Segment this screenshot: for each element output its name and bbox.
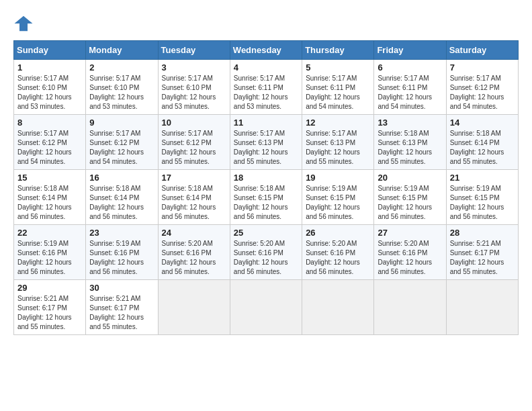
- day-info: Sunrise: 5:19 AM Sunset: 6:16 PM Dayligh…: [89, 239, 154, 277]
- day-info: Sunrise: 5:18 AM Sunset: 6:14 PM Dayligh…: [17, 184, 82, 222]
- calendar-row: 1 Sunrise: 5:17 AM Sunset: 6:10 PM Dayli…: [14, 60, 519, 115]
- calendar-day: 27 Sunrise: 5:20 AM Sunset: 6:16 PM Dayl…: [374, 225, 446, 280]
- empty-cell: [230, 280, 302, 335]
- day-info: Sunrise: 5:18 AM Sunset: 6:14 PM Dayligh…: [162, 184, 226, 222]
- calendar-day: 24 Sunrise: 5:20 AM Sunset: 6:16 PM Dayl…: [158, 225, 230, 280]
- day-number: 19: [306, 173, 370, 183]
- calendar-day: 12 Sunrise: 5:17 AM Sunset: 6:13 PM Dayl…: [302, 115, 374, 170]
- calendar-day: 18 Sunrise: 5:18 AM Sunset: 6:15 PM Dayl…: [230, 170, 302, 225]
- day-info: Sunrise: 5:21 AM Sunset: 6:17 PM Dayligh…: [450, 239, 515, 277]
- empty-cell: [302, 280, 374, 335]
- day-info: Sunrise: 5:19 AM Sunset: 6:15 PM Dayligh…: [450, 184, 515, 222]
- day-info: Sunrise: 5:19 AM Sunset: 6:15 PM Dayligh…: [306, 184, 370, 222]
- day-number: 26: [306, 228, 370, 238]
- calendar-day: 15 Sunrise: 5:18 AM Sunset: 6:14 PM Dayl…: [14, 170, 86, 225]
- day-info: Sunrise: 5:18 AM Sunset: 6:14 PM Dayligh…: [450, 129, 515, 167]
- calendar-row: 8 Sunrise: 5:17 AM Sunset: 6:12 PM Dayli…: [14, 115, 519, 170]
- day-number: 22: [17, 228, 82, 238]
- logo-icon: [13, 13, 34, 34]
- header-saturday: Saturday: [446, 41, 518, 60]
- calendar-day: 20 Sunrise: 5:19 AM Sunset: 6:15 PM Dayl…: [374, 170, 446, 225]
- day-number: 11: [234, 118, 298, 128]
- calendar-day: 8 Sunrise: 5:17 AM Sunset: 6:12 PM Dayli…: [14, 115, 86, 170]
- svg-marker-0: [15, 16, 33, 32]
- calendar-day: 22 Sunrise: 5:19 AM Sunset: 6:16 PM Dayl…: [14, 225, 86, 280]
- calendar-day: 10 Sunrise: 5:17 AM Sunset: 6:12 PM Dayl…: [158, 115, 230, 170]
- day-number: 24: [162, 228, 226, 238]
- day-number: 8: [17, 118, 82, 128]
- day-number: 29: [17, 283, 82, 293]
- empty-cell: [158, 280, 230, 335]
- day-info: Sunrise: 5:18 AM Sunset: 6:13 PM Dayligh…: [378, 129, 442, 167]
- calendar-day: 21 Sunrise: 5:19 AM Sunset: 6:15 PM Dayl…: [446, 170, 518, 225]
- header-friday: Friday: [374, 41, 446, 60]
- calendar-day: 13 Sunrise: 5:18 AM Sunset: 6:13 PM Dayl…: [374, 115, 446, 170]
- calendar-day: 11 Sunrise: 5:17 AM Sunset: 6:13 PM Dayl…: [230, 115, 302, 170]
- page-header: [13, 13, 519, 34]
- calendar-day: 2 Sunrise: 5:17 AM Sunset: 6:10 PM Dayli…: [86, 60, 158, 115]
- day-number: 10: [162, 118, 226, 128]
- calendar-row: 22 Sunrise: 5:19 AM Sunset: 6:16 PM Dayl…: [14, 225, 519, 280]
- day-info: Sunrise: 5:19 AM Sunset: 6:16 PM Dayligh…: [17, 239, 82, 277]
- day-number: 18: [234, 173, 298, 183]
- calendar-day: 5 Sunrise: 5:17 AM Sunset: 6:11 PM Dayli…: [302, 60, 374, 115]
- day-info: Sunrise: 5:17 AM Sunset: 6:12 PM Dayligh…: [450, 74, 515, 111]
- day-number: 23: [89, 228, 154, 238]
- day-info: Sunrise: 5:17 AM Sunset: 6:13 PM Dayligh…: [306, 129, 370, 167]
- day-info: Sunrise: 5:19 AM Sunset: 6:15 PM Dayligh…: [378, 184, 442, 222]
- day-number: 7: [450, 62, 515, 73]
- day-info: Sunrise: 5:20 AM Sunset: 6:16 PM Dayligh…: [234, 239, 298, 277]
- calendar-day: 19 Sunrise: 5:19 AM Sunset: 6:15 PM Dayl…: [302, 170, 374, 225]
- day-info: Sunrise: 5:17 AM Sunset: 6:10 PM Dayligh…: [162, 74, 226, 111]
- day-number: 15: [17, 173, 82, 183]
- header-thursday: Thursday: [302, 41, 374, 60]
- header-sunday: Sunday: [14, 41, 86, 60]
- day-number: 3: [162, 62, 226, 73]
- calendar-day: 28 Sunrise: 5:21 AM Sunset: 6:17 PM Dayl…: [446, 225, 518, 280]
- day-info: Sunrise: 5:20 AM Sunset: 6:16 PM Dayligh…: [378, 239, 442, 277]
- day-info: Sunrise: 5:17 AM Sunset: 6:11 PM Dayligh…: [306, 74, 370, 111]
- day-number: 13: [378, 118, 442, 128]
- day-info: Sunrise: 5:18 AM Sunset: 6:15 PM Dayligh…: [234, 184, 298, 222]
- logo: [13, 13, 36, 34]
- calendar-day: 30 Sunrise: 5:21 AM Sunset: 6:17 PM Dayl…: [86, 280, 158, 335]
- day-info: Sunrise: 5:17 AM Sunset: 6:11 PM Dayligh…: [234, 74, 298, 111]
- calendar-row: 29 Sunrise: 5:21 AM Sunset: 6:17 PM Dayl…: [14, 280, 519, 335]
- day-number: 12: [306, 118, 370, 128]
- day-info: Sunrise: 5:20 AM Sunset: 6:16 PM Dayligh…: [306, 239, 370, 277]
- calendar-day: 26 Sunrise: 5:20 AM Sunset: 6:16 PM Dayl…: [302, 225, 374, 280]
- day-info: Sunrise: 5:21 AM Sunset: 6:17 PM Dayligh…: [17, 294, 82, 332]
- empty-cell: [374, 280, 446, 335]
- calendar-table: Sunday Monday Tuesday Wednesday Thursday…: [13, 40, 519, 335]
- empty-cell: [446, 280, 518, 335]
- calendar-row: 15 Sunrise: 5:18 AM Sunset: 6:14 PM Dayl…: [14, 170, 519, 225]
- calendar-day: 9 Sunrise: 5:17 AM Sunset: 6:12 PM Dayli…: [86, 115, 158, 170]
- header-wednesday: Wednesday: [230, 41, 302, 60]
- day-info: Sunrise: 5:17 AM Sunset: 6:10 PM Dayligh…: [89, 74, 154, 111]
- header-tuesday: Tuesday: [158, 41, 230, 60]
- calendar-day: 23 Sunrise: 5:19 AM Sunset: 6:16 PM Dayl…: [86, 225, 158, 280]
- day-number: 30: [89, 283, 154, 293]
- calendar-day: 17 Sunrise: 5:18 AM Sunset: 6:14 PM Dayl…: [158, 170, 230, 225]
- day-number: 1: [17, 62, 82, 73]
- day-number: 14: [450, 118, 515, 128]
- day-info: Sunrise: 5:20 AM Sunset: 6:16 PM Dayligh…: [162, 239, 226, 277]
- day-number: 20: [378, 173, 442, 183]
- calendar-day: 6 Sunrise: 5:17 AM Sunset: 6:11 PM Dayli…: [374, 60, 446, 115]
- calendar-day: 14 Sunrise: 5:18 AM Sunset: 6:14 PM Dayl…: [446, 115, 518, 170]
- day-info: Sunrise: 5:17 AM Sunset: 6:12 PM Dayligh…: [89, 129, 154, 167]
- day-number: 17: [162, 173, 226, 183]
- day-number: 27: [378, 228, 442, 238]
- calendar-day: 25 Sunrise: 5:20 AM Sunset: 6:16 PM Dayl…: [230, 225, 302, 280]
- day-number: 28: [450, 228, 515, 238]
- day-info: Sunrise: 5:21 AM Sunset: 6:17 PM Dayligh…: [89, 294, 154, 332]
- calendar-day: 7 Sunrise: 5:17 AM Sunset: 6:12 PM Dayli…: [446, 60, 518, 115]
- day-number: 25: [234, 228, 298, 238]
- day-number: 5: [306, 62, 370, 73]
- weekday-header-row: Sunday Monday Tuesday Wednesday Thursday…: [14, 41, 519, 60]
- day-number: 6: [378, 62, 442, 73]
- day-info: Sunrise: 5:18 AM Sunset: 6:14 PM Dayligh…: [89, 184, 154, 222]
- day-info: Sunrise: 5:17 AM Sunset: 6:10 PM Dayligh…: [17, 74, 82, 111]
- header-monday: Monday: [86, 41, 158, 60]
- calendar-day: 29 Sunrise: 5:21 AM Sunset: 6:17 PM Dayl…: [14, 280, 86, 335]
